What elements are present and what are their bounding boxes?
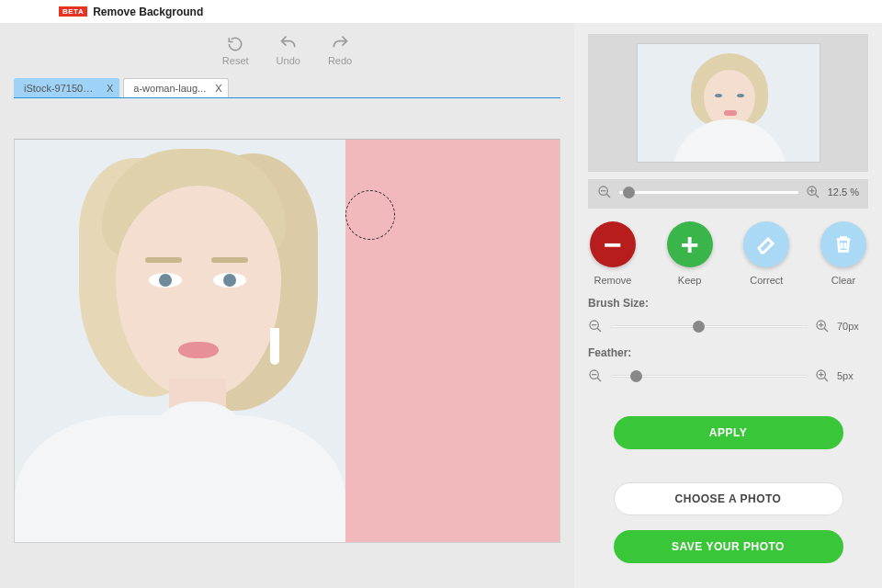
tab-label: a-woman-laug...: [133, 83, 206, 94]
svg-line-13: [824, 328, 828, 332]
svg-line-9: [597, 328, 601, 332]
trash-icon: [833, 234, 854, 254]
zoom-out-icon[interactable]: [588, 368, 603, 383]
correct-tool[interactable]: Correct: [743, 221, 789, 286]
zoom-control: 12.5 %: [588, 179, 868, 209]
reset-label: Reset: [222, 55, 249, 66]
apply-button[interactable]: APPLY: [614, 416, 843, 449]
undo-label: Undo: [277, 55, 300, 66]
brush-size-slider[interactable]: [610, 325, 808, 328]
tool-label: Clear: [831, 275, 855, 286]
remove-tool[interactable]: − Remove: [590, 221, 636, 286]
beta-badge: BETA: [59, 6, 87, 17]
svg-line-6: [815, 194, 819, 198]
minus-icon: −: [604, 229, 622, 260]
choose-photo-button[interactable]: CHOOSE A PHOTO: [614, 482, 843, 515]
tab-label: iStock-9715081...: [24, 83, 97, 94]
feather-slider[interactable]: [610, 375, 808, 378]
reset-button[interactable]: Reset: [222, 35, 249, 66]
feather-control: 5px: [588, 367, 868, 385]
tool-label: Remove: [594, 275, 632, 286]
zoom-out-icon[interactable]: [588, 319, 603, 334]
zoom-slider[interactable]: [619, 191, 798, 194]
top-bar: BETA Remove Background: [0, 0, 882, 23]
zoom-out-icon[interactable]: [597, 185, 612, 199]
editor-canvas[interactable]: [14, 139, 560, 543]
undo-icon: [278, 35, 299, 53]
zoom-in-icon[interactable]: [806, 185, 820, 199]
save-photo-button[interactable]: SAVE YOUR PHOTO: [614, 530, 843, 563]
svg-line-20: [824, 378, 828, 381]
preview-panel: [588, 34, 868, 172]
close-icon[interactable]: X: [107, 83, 113, 94]
close-icon[interactable]: X: [215, 83, 221, 94]
history-toolbar: Reset Undo Redo: [14, 23, 560, 78]
zoom-in-icon[interactable]: [815, 368, 830, 383]
redo-icon: [330, 35, 350, 53]
clear-tool[interactable]: Clear: [820, 221, 866, 286]
page-title: Remove Background: [93, 6, 203, 18]
tab-file-1[interactable]: a-woman-laug... X: [123, 78, 228, 97]
eraser-icon: [755, 233, 777, 255]
feather-value: 5px: [837, 370, 868, 381]
zoom-value: 12.5 %: [828, 187, 859, 198]
undo-button[interactable]: Undo: [277, 35, 300, 66]
file-tabs: iStock-9715081... X a-woman-laug... X: [14, 78, 560, 98]
svg-line-16: [597, 378, 601, 381]
brush-cursor-icon: [345, 190, 395, 240]
reset-icon: [225, 35, 245, 53]
feather-label: Feather:: [588, 346, 868, 359]
tool-label: Keep: [678, 275, 702, 286]
brush-size-value: 70px: [837, 321, 868, 332]
subject-image: [15, 140, 345, 543]
plus-icon: +: [681, 229, 699, 260]
tool-label: Correct: [750, 275, 783, 286]
zoom-in-icon[interactable]: [815, 319, 830, 334]
redo-button[interactable]: Redo: [328, 35, 352, 66]
brush-size-label: Brush Size:: [588, 297, 868, 310]
brush-tool-grid: − Remove + Keep Correct Clear: [588, 216, 868, 286]
brush-size-control: 70px: [588, 317, 868, 335]
preview-image: [637, 43, 820, 163]
redo-label: Redo: [328, 55, 352, 66]
keep-tool[interactable]: + Keep: [667, 221, 713, 286]
tab-file-0[interactable]: iStock-9715081... X: [14, 78, 119, 97]
svg-line-2: [606, 194, 610, 198]
